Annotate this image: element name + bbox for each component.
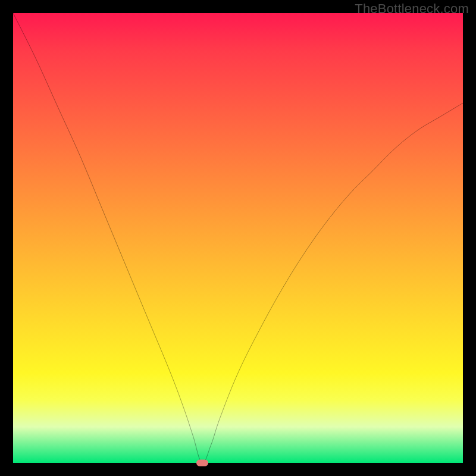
curve-path [13,13,463,463]
optimal-marker [196,460,208,466]
watermark-text: TheBottleneck.com [355,1,469,17]
bottleneck-curve [13,13,463,463]
chart-frame: TheBottleneck.com [0,0,476,476]
plot-area [13,13,463,463]
